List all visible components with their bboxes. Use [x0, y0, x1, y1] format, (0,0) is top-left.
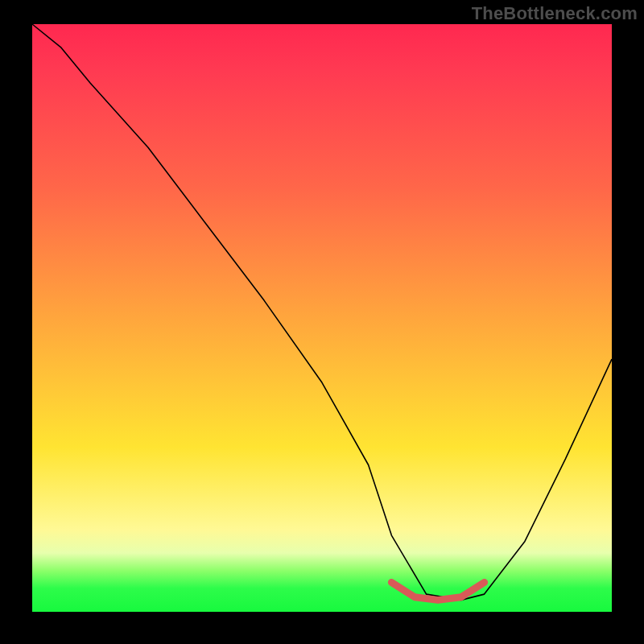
plot-gradient-area — [32, 24, 612, 612]
curve-svg — [32, 24, 612, 612]
bottleneck-curve — [32, 24, 612, 600]
watermark-text: TheBottleneck.com — [472, 3, 638, 24]
chart-frame: TheBottleneck.com — [0, 0, 644, 644]
